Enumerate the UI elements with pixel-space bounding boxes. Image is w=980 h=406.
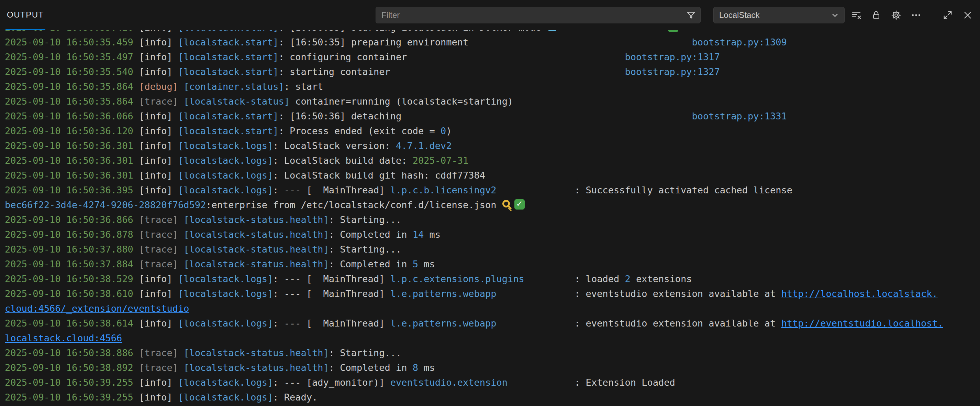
channel-dropdown[interactable]: LocalStack [713, 7, 845, 23]
log-number: 5 [413, 259, 418, 269]
log-line: 2025-09-10 16:50:36.066 [info] [localsta… [5, 109, 971, 123]
logger-name: l.e.patterns.webapp [390, 288, 496, 299]
log-level: [trace] [139, 259, 183, 269]
check-emoji [668, 30, 678, 32]
logger-name: [localstack-status.health] [183, 347, 329, 358]
timestamp: 2025-09-10 16:50:38.886 [5, 347, 139, 358]
close-panel-button[interactable] [959, 7, 976, 23]
file-ref-link[interactable]: bootstrap.py:1327 [625, 66, 719, 77]
spacer [407, 52, 625, 62]
log-level: [info] [139, 141, 178, 151]
log-level: [info] [139, 288, 178, 299]
logger-name: [localstack-status.health] [183, 244, 329, 255]
filter-icon[interactable] [686, 10, 696, 20]
log-text: : starting container [279, 66, 390, 77]
whale-emoji [547, 30, 556, 31]
log-text: : --- [ MainThread] [273, 318, 390, 329]
spacer [524, 273, 574, 284]
logger-name: [localstack.start] [178, 37, 279, 48]
file-ref-link[interactable]: bootstrap.py:1317 [625, 52, 719, 62]
log-level: [debug] [139, 81, 183, 92]
timestamp: 2025-09-10 16:50:38.610 [5, 288, 139, 299]
logger-name: [localstack.logs] [178, 377, 273, 388]
clear-output-button[interactable] [848, 7, 865, 23]
spacer [390, 66, 625, 77]
spacer [496, 318, 575, 329]
log-text: : --- [ MainThread] [273, 185, 390, 195]
timestamp: 2025-09-10 16:50:35.459 [5, 37, 139, 48]
log-line: 2025-09-10 16:50:39.255 [info] [localsta… [5, 390, 971, 404]
maximize-panel-button[interactable] [939, 7, 956, 23]
timestamp: 2025-09-10 16:50:36.066 [5, 111, 139, 121]
logger-name: eventstudio.extension [390, 377, 508, 388]
log-line: 2025-09-10 16:50:37.884 [trace] [localst… [5, 257, 971, 272]
log-text: : Ready. [273, 392, 318, 403]
log-text: : --- [ MainThread] [273, 288, 390, 299]
filter-input[interactable] [376, 7, 686, 23]
file-ref-link[interactable]: bootstrap.py:1309 [692, 37, 786, 48]
timestamp: 2025-09-10 16:50:35.497 [5, 52, 139, 62]
timestamp: 2025-09-10 16:50:38.614 [5, 318, 139, 329]
log-line: 2025-09-10 16:50:35.864 [trace] [localst… [5, 94, 971, 109]
more-actions-button[interactable] [908, 7, 924, 23]
log-text: :enterprise from /etc/localstack/conf.d/… [206, 200, 502, 210]
log-line: 2025-09-10 16:50:38.529 [info] [localsta… [5, 272, 971, 286]
log-line: 2025-09-10 16:50:38.614 [info] [localsta… [5, 316, 971, 345]
maximize-panel-icon [943, 10, 953, 20]
filter-box [375, 7, 701, 23]
log-line: 2025-09-10 16:50:36.301 [info] [localsta… [5, 138, 971, 153]
log-number: 0 [441, 126, 446, 136]
log-line: 2025-09-10 16:50:36.395 [info] [localsta… [5, 183, 971, 212]
log-number: 8 [413, 362, 418, 373]
tab-output[interactable]: OUTPUT [5, 0, 45, 30]
log-line: 2025-09-10 16:50:35.459 [info] [localsta… [5, 35, 971, 50]
logger-name: [localstack.start] [178, 126, 279, 136]
settings-button[interactable] [888, 7, 904, 23]
timestamp: 2025-09-10 16:50:36.395 [5, 185, 139, 195]
log-text: : loaded [574, 273, 625, 284]
timestamp: 2025-09-10 16:50:38.529 [5, 273, 139, 284]
log-text: : LocalStack build date: [273, 155, 412, 166]
timestamp: 2025-09-10 16:50:36.301 [5, 170, 139, 181]
log-level: [info] [139, 377, 178, 388]
timestamp: 2025-09-10 16:50:36.878 [5, 229, 139, 240]
log-text: ms [418, 362, 435, 373]
logger-name: [localstack.logs] [178, 185, 273, 195]
timestamp: 2025-09-10 16:50:35.426 [5, 30, 139, 33]
settings-gear-icon [891, 10, 901, 20]
key-emoji [502, 199, 513, 209]
logger-name: [localstack.logs] [178, 392, 273, 403]
logger-name: l.p.c.extensions.plugins [390, 273, 524, 284]
log-line: 2025-09-10 16:50:38.892 [trace] [localst… [5, 360, 971, 375]
log-number: 4.7.1.dev2 [396, 141, 452, 151]
log-text: : Completed in [329, 362, 413, 373]
chevron-down-icon [830, 10, 840, 20]
logger-name: [localstack-status.health] [183, 259, 329, 269]
log-number: 2 [625, 273, 630, 284]
log-level: [info] [139, 126, 178, 136]
log-level: [info] [139, 111, 178, 121]
timestamp: 2025-09-10 16:50:36.301 [5, 141, 139, 151]
timestamp: 2025-09-10 16:50:35.864 [5, 81, 139, 92]
output-log[interactable]: 2025-09-10 16:50:35.426 [info] [localsta… [0, 30, 980, 406]
spacer [496, 185, 575, 195]
logger-name: [container.status] [183, 81, 284, 92]
log-level: [info] [139, 273, 178, 284]
logger-name: [localstack.logs] [178, 170, 273, 181]
check-emoji [514, 199, 525, 209]
lock-autoscroll-button[interactable] [868, 7, 885, 23]
log-text: : LocalStack build git hash: cddf77384 [273, 170, 485, 181]
spacer [496, 288, 575, 299]
panel-header: OUTPUT LocalStack [0, 0, 980, 30]
channel-dropdown-value: LocalStack [719, 10, 759, 20]
file-ref-link[interactable]: bootstrap.py:1331 [692, 111, 786, 121]
timestamp: 2025-09-10 16:50:35.540 [5, 66, 139, 77]
license-id: bec66f22-3d4e-4274-9206-28820f76d592 [5, 200, 206, 210]
log-text: : --- [ady_monitor)] [273, 377, 390, 388]
log-line: 2025-09-10 16:50:35.540 [info] [localsta… [5, 64, 971, 79]
log-level: [info] [139, 170, 178, 181]
log-level: [info] [139, 52, 178, 62]
logger-name: [localstack.logs] [178, 141, 273, 151]
log-text: : Extension Loaded [574, 377, 675, 388]
log-level: [info] [139, 185, 178, 195]
